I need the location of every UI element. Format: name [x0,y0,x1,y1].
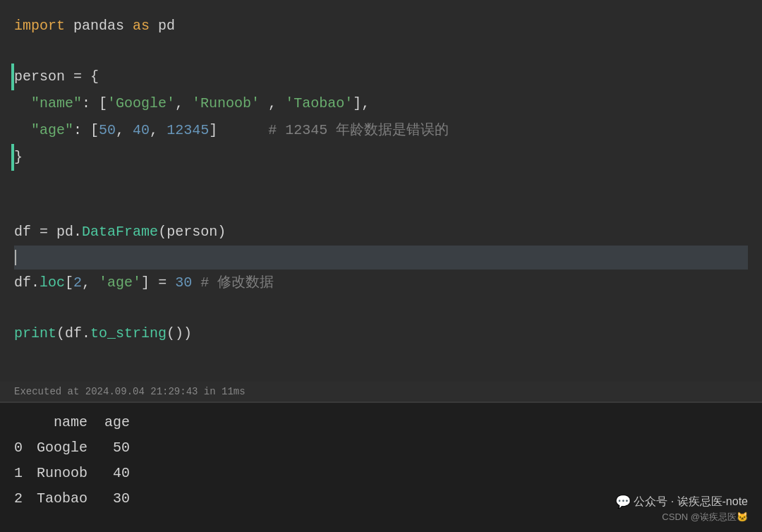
num-40: 40 [133,119,150,143]
val-google: 'Google' [107,92,175,116]
var-df2: df [14,271,31,295]
val-taobao: 'Taobao' [285,92,353,116]
pd-ref: pd [56,220,73,244]
editor-section: import pandas as pd person = { [0,0,762,402]
row-0-name: Google [37,435,102,461]
num-50: 50 [99,119,116,143]
green-indicator [11,64,14,90]
output-section: name age 0 Google 50 1 Runoob 40 2 Taoba… [0,402,762,532]
executed-bar: Executed at 2024.09.04 21:29:43 in 11ms [0,382,762,402]
loc-index: 2 [73,271,82,295]
row-1-index: 1 [14,461,37,486]
var-df: df [14,220,31,244]
wechat-line: 💬 公众号 · 诶疾忌医-note [615,494,748,509]
var-df3: df [65,322,82,346]
row-2-index: 2 [14,486,37,512]
keyword-import: import [14,14,65,38]
method-tostring: to_string [90,322,167,346]
space3 [150,14,158,38]
alias-pd: pd [158,14,175,38]
val-30: 30 [175,271,192,295]
val-runoob: 'Runoob' [192,92,260,116]
comment-age: # 12345 年龄数据是错误的 [268,119,449,143]
line-person-open: person = { [14,64,748,90]
row-1-name: Runoob [37,461,102,486]
col-index-header [14,410,37,435]
num-12345: 12345 [167,119,209,143]
row-2-name: Taobao [37,486,102,512]
row-1-age: 40 [102,461,144,486]
empty-line-4 [14,296,748,320]
line-cursor [14,246,748,270]
row-2-age: 30 [102,486,144,512]
table-header-row: name age [14,410,144,435]
method-dataframe: DataFrame [82,220,158,244]
table-row: 1 Runoob 40 [14,461,144,486]
line-import: import pandas as pd [14,13,748,40]
code-area: import pandas as pd person = { [0,13,762,347]
row-0-index: 0 [14,435,37,461]
empty-line-2 [14,171,748,195]
line-person-close: } [14,144,748,171]
empty-line-1 [14,40,748,64]
wechat-text: 公众号 · 诶疾忌医-note [634,495,748,509]
loc-col: 'age' [99,271,141,295]
space1 [65,14,73,38]
method-loc: loc [40,271,65,295]
csdn-text: CSDN @诶疾忌医🐱 [662,512,748,522]
comment-modify: # 修改数据 [200,271,274,295]
text-cursor [15,250,16,265]
watermark: 💬 公众号 · 诶疾忌医-note CSDN @诶疾忌医🐱 [615,494,748,524]
table-row: 2 Taobao 30 [14,486,144,512]
col-name-header: name [37,410,102,435]
func-print: print [14,322,56,346]
col-age-header: age [102,410,144,435]
table-row: 0 Google 50 [14,435,144,461]
arg-person: person [167,220,217,244]
green-indicator-2 [11,144,14,171]
csdn-line: CSDN @诶疾忌医🐱 [615,511,748,524]
var-person: person [14,65,65,89]
space2 [124,14,133,38]
module-pandas: pandas [73,14,124,38]
empty-line-3 [14,195,748,219]
row-0-age: 50 [102,435,144,461]
wechat-icon: 💬 [615,494,631,509]
keyword-as: as [133,14,150,38]
line-dfloc: df . loc [ 2 , 'age' ] = 30 # 修改数据 [14,270,748,296]
line-age-key: "age" : [ 50 , 40 , 12345 ] # 12345 年龄数据… [14,117,748,144]
line-print: print ( df . to_string () ) [14,320,748,347]
line-name-key: "name" : [ 'Google' , 'Runoob' , 'Taobao… [14,90,748,117]
line-df-assign: df = pd . DataFrame ( person ) [14,219,748,246]
key-name: "name" [31,92,82,116]
key-age: "age" [31,119,73,143]
executed-text: Executed at 2024.09.04 21:29:43 in 11ms [14,386,246,397]
